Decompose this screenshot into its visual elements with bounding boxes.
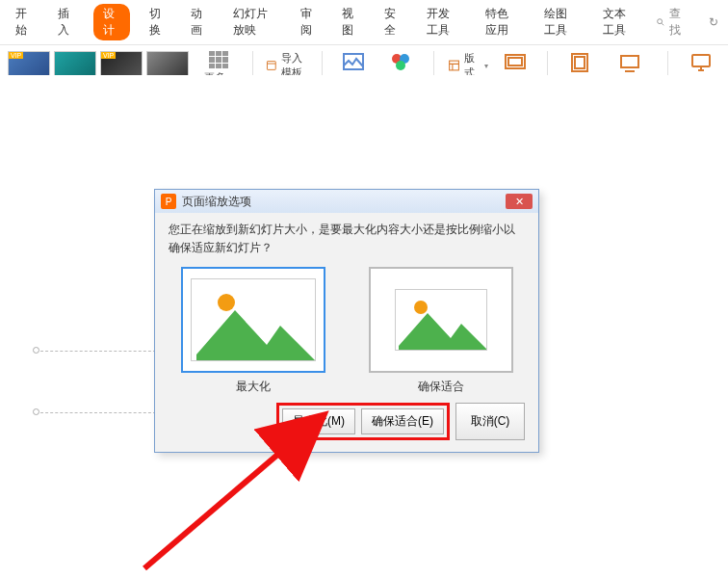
dialog-title: 页面缩放选项	[182, 194, 251, 210]
app-icon: P	[161, 194, 176, 209]
choice-maximize[interactable]: 最大化	[181, 267, 325, 395]
page-zoom-dialog: P 页面缩放选项 ✕ 您正在缩放到新幻灯片大小，是要最大化内容大小还是按比例缩小…	[154, 189, 539, 453]
close-button[interactable]: ✕	[506, 194, 533, 209]
ensure-fit-button[interactable]: 确保适合(E)	[361, 408, 444, 434]
fit-preview-icon	[396, 289, 486, 350]
svg-point-16	[414, 301, 428, 314]
dialog-message: 您正在缩放到新幻灯片大小，是要最大化内容大小还是按比例缩小以确保适应新幻灯片？	[169, 221, 525, 257]
cancel-button[interactable]: 取消(C)	[455, 403, 525, 440]
annotation-highlight: 最大化(M) 确保适合(E)	[276, 403, 450, 440]
choice-maximize-label: 最大化	[181, 379, 325, 395]
choice-fit-label: 确保适合	[369, 379, 513, 395]
choice-ensure-fit[interactable]: 确保适合	[369, 267, 513, 395]
dialog-titlebar[interactable]: P 页面缩放选项 ✕	[155, 190, 538, 213]
maximize-button[interactable]: 最大化(M)	[282, 408, 355, 434]
dialog-backdrop: P 页面缩放选项 ✕ 您正在缩放到新幻灯片大小，是要最大化内容大小还是按比例缩小…	[0, 0, 728, 578]
svg-point-15	[218, 294, 235, 311]
maximize-preview-icon	[192, 278, 315, 360]
